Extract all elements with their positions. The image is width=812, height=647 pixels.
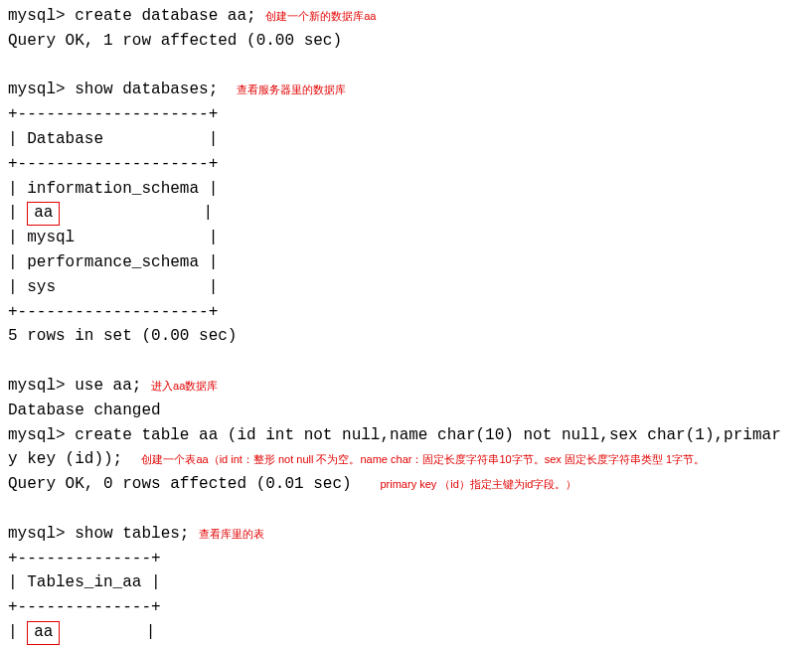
table-row: | information_schema |: [8, 177, 804, 202]
table-border: +--------------+: [8, 547, 804, 571]
annotation: 创建一个表aa（id int：整形 not null 不为空。name char…: [141, 453, 705, 465]
annotation: 进入aa数据库: [151, 380, 218, 392]
table-border: +--------------------+: [8, 300, 804, 325]
cell-prefix: |: [8, 204, 27, 222]
terminal-text: mysql> use aa;: [8, 377, 141, 395]
table-row: | mysql |: [8, 226, 804, 250]
table-border: +--------------------+: [8, 102, 804, 127]
result-line: 5 rows in set (0.00 sec): [8, 324, 804, 349]
table-header: | Tables_in_aa |: [8, 570, 804, 595]
cmd-create-table: mysql> create table aa (id int not null,…: [8, 423, 804, 448]
blank-line: [8, 349, 804, 374]
result-line: Query OK, 1 row affected (0.00 sec): [8, 29, 804, 54]
terminal-text: y key (id));: [8, 450, 122, 468]
cell-suffix: |: [60, 204, 213, 222]
cmd-show-databases: mysql> show databases; 查看服务器里的数据库: [8, 78, 804, 102]
cmd-show-tables: mysql> show tables; 查看库里的表: [8, 522, 804, 547]
table-row: | aa |: [8, 201, 804, 226]
annotation: 查看库里的表: [199, 528, 264, 540]
annotation: primary key （id）指定主键为id字段。）: [380, 478, 576, 490]
highlighted-table-aa: aa: [27, 621, 60, 645]
cmd-create-table-cont: y key (id)); 创建一个表aa（id int：整形 not null …: [8, 447, 804, 472]
result-line: Database changed: [8, 399, 804, 423]
terminal-text: mysql> show tables;: [8, 525, 189, 543]
cell-suffix: |: [60, 623, 155, 641]
cell-prefix: |: [8, 623, 27, 641]
result-with-anno: Query OK, 0 rows affected (0.01 sec) pri…: [8, 472, 804, 497]
highlighted-db-aa: aa: [27, 202, 60, 226]
annotation: 创建一个新的数据库aa: [265, 10, 376, 22]
terminal-text: Query OK, 0 rows affected (0.01 sec): [8, 475, 352, 493]
terminal-text: mysql> show databases;: [8, 81, 218, 98]
cmd-create-database: mysql> create database aa; 创建一个新的数据库aa: [8, 4, 804, 29]
table-header: | Database |: [8, 127, 804, 152]
table-row: | sys |: [8, 275, 804, 300]
blank-line: [8, 54, 804, 79]
table-border: +--------------------+: [8, 152, 804, 177]
table-row: | performance_schema |: [8, 250, 804, 275]
cmd-use-aa: mysql> use aa; 进入aa数据库: [8, 374, 804, 399]
blank-line: [8, 497, 804, 522]
annotation: 查看服务器里的数据库: [237, 83, 346, 95]
table-border: +--------------+: [8, 595, 804, 620]
table-row: | aa |: [8, 620, 804, 645]
terminal-text: mysql> create database aa;: [8, 7, 256, 25]
